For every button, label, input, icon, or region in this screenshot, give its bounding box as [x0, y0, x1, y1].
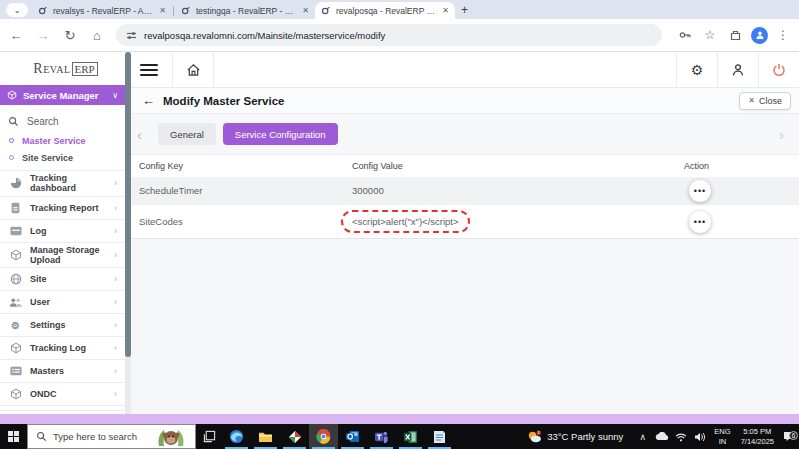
chevron-right-icon: ›	[114, 250, 117, 260]
browser-tab-3-active[interactable]: revalposqa - RevalERP - Modify ✕	[315, 2, 455, 19]
page-header: ← Modify Master Service ✕ Close	[131, 88, 799, 114]
chevron-right-icon: ›	[114, 274, 117, 284]
logout-power-icon[interactable]	[759, 52, 799, 88]
volume-icon[interactable]	[692, 432, 707, 442]
sidebar-item-master-service[interactable]: Master Service	[0, 132, 131, 149]
xss-annotation-highlight: <script>alert("x")</script>	[341, 210, 470, 233]
taskbar-app-outlook[interactable]	[338, 424, 367, 449]
toolbar-right: ☆ ⋮	[670, 25, 793, 45]
app-home-icon[interactable]	[173, 52, 213, 88]
sidebar-item-log[interactable]: Log ›	[0, 219, 125, 242]
report-doc-icon	[9, 202, 22, 214]
profile-avatar[interactable]	[751, 27, 768, 44]
taskbar-tray: 1 33°C Partly sunny ∧ ENG IN 5:05 PM 7/1…	[526, 424, 799, 449]
bookmark-star-icon[interactable]: ☆	[700, 25, 720, 45]
taskbar-app-file-explorer[interactable]	[251, 424, 280, 449]
app-profile-icon[interactable]	[718, 52, 758, 88]
sidebar-item-settings[interactable]: ⚙ Settings ›	[0, 313, 125, 336]
tray-chevron-up-icon[interactable]: ∧	[635, 432, 650, 442]
sidebar-item-site-service[interactable]: Site Service	[0, 149, 131, 166]
site-info-icon[interactable]	[126, 30, 137, 41]
chevron-right-icon: ›	[114, 389, 117, 399]
revalerp-favicon	[38, 6, 48, 16]
taskbar-app-teams[interactable]	[367, 424, 396, 449]
network-icon[interactable]	[673, 432, 688, 442]
tabs-scroll-right-icon[interactable]: ›	[779, 126, 793, 143]
taskbar-app-notepad[interactable]	[425, 424, 454, 449]
bullet-icon	[9, 155, 14, 160]
clock-widget[interactable]: 5:05 PM 7/14/2025	[741, 427, 774, 446]
onedrive-cloud-icon[interactable]	[654, 432, 669, 441]
home-button[interactable]: ⌂	[86, 24, 108, 46]
tab-service-configuration[interactable]: Service Configuration	[223, 123, 338, 145]
globe-icon	[9, 273, 22, 285]
page-tabs-row: ‹ General Service Configuration ›	[131, 114, 799, 154]
browser-toolbar: ← → ↻ ⌂ revalposqa.revalomni.com/Mainsit…	[0, 19, 799, 52]
chevron-right-icon: ›	[114, 320, 117, 330]
taskbar-app-pinwheel[interactable]	[280, 424, 309, 449]
extensions-icon[interactable]	[725, 25, 745, 45]
cube-icon	[9, 388, 22, 400]
tab-close-icon[interactable]: ✕	[442, 6, 449, 15]
app-top-bar-right: ⚙	[676, 52, 799, 88]
back-arrow-icon[interactable]: ←	[142, 93, 155, 108]
new-tab-button[interactable]: +	[461, 3, 468, 17]
start-button[interactable]	[0, 424, 27, 449]
taskbar-search-box[interactable]: Type here to search	[27, 424, 196, 449]
table-row: ScheduleTimer 300000 •••	[131, 177, 799, 204]
action-center-icon[interactable]: 6	[779, 431, 799, 442]
windows-logo-icon	[8, 431, 19, 442]
sidebar-item-label: Site Service	[22, 153, 73, 163]
taskbar-app-excel[interactable]	[396, 424, 425, 449]
hamburger-menu-icon[interactable]	[140, 64, 158, 76]
row-actions-button[interactable]: •••	[689, 180, 711, 202]
tabs-scroll-left-icon[interactable]: ‹	[137, 126, 151, 143]
browser-tab-1[interactable]: revalsys - RevalERP - Add Ticket ✕	[32, 2, 172, 19]
cube-icon	[9, 249, 22, 261]
sidebar-item-ondc[interactable]: ONDC ›	[0, 382, 125, 405]
gears-icon: ⚙	[9, 320, 22, 331]
task-view-icon[interactable]	[196, 424, 222, 449]
sidebar-item-tracking-dashboard[interactable]: Tracking dashboard ›	[0, 170, 125, 196]
config-value-cell: 300000	[352, 185, 684, 196]
table-header-row: Config Key Config Value Action	[131, 155, 799, 177]
app-settings-gear-icon[interactable]: ⚙	[677, 52, 717, 88]
url-text: revalposqa.revalomni.com/Mainsite/master…	[144, 30, 385, 41]
reload-button[interactable]: ↻	[59, 24, 81, 46]
search-icon	[36, 431, 47, 442]
windows-taskbar: Type here to search	[0, 424, 799, 449]
bottom-lavender-bar	[0, 414, 799, 424]
forward-button[interactable]: →	[32, 24, 54, 46]
tab-search-button[interactable]: ⌄	[6, 3, 28, 17]
taskbar-app-edge[interactable]	[222, 424, 251, 449]
password-key-icon[interactable]	[675, 25, 695, 45]
close-button[interactable]: ✕ Close	[739, 92, 791, 110]
sidebar-item-site[interactable]: Site ›	[0, 267, 125, 290]
sidebar-item-tracking-log[interactable]: Tracking Log ›	[0, 336, 125, 359]
config-key-cell: SiteCodes	[131, 216, 352, 227]
language-indicator[interactable]: ENG IN	[714, 427, 730, 446]
sidebar-item-tracking-report[interactable]: Tracking Report ›	[0, 196, 125, 219]
date-text: 7/14/2025	[741, 437, 774, 446]
browser-menu-icon[interactable]: ⋮	[773, 25, 793, 45]
row-actions-button[interactable]: •••	[689, 211, 711, 233]
cube-icon	[9, 342, 22, 354]
chevron-right-icon: ›	[114, 343, 117, 353]
taskbar-search-placeholder: Type here to search	[53, 431, 137, 442]
sidebar-item-masters[interactable]: Masters ›	[0, 359, 125, 382]
tab-close-icon[interactable]: ✕	[302, 6, 309, 15]
sidebar-item-user[interactable]: User ›	[0, 290, 125, 313]
module-selector[interactable]: Service Manager ∨	[0, 85, 125, 105]
tab-general[interactable]: General	[158, 123, 216, 145]
tab-title: revalsys - RevalERP - Add Ticket	[53, 6, 154, 16]
tab-title: revalposqa - RevalERP - Modify	[336, 6, 437, 16]
close-icon: ✕	[748, 96, 755, 105]
back-button[interactable]: ←	[5, 24, 27, 46]
sidebar-item-manage-storage-upload[interactable]: Manage Storage Upload ›	[0, 242, 125, 268]
sidebar-search[interactable]: Search	[0, 110, 131, 132]
weather-widget[interactable]: 1 33°C Partly sunny	[526, 430, 623, 444]
browser-tab-2[interactable]: testingqa - RevalERP - GSTR-1 F ✕	[175, 2, 315, 19]
address-bar[interactable]: revalposqa.revalomni.com/Mainsite/master…	[116, 24, 662, 46]
tab-close-icon[interactable]: ✕	[159, 6, 166, 15]
taskbar-app-chrome-active[interactable]	[309, 424, 338, 449]
